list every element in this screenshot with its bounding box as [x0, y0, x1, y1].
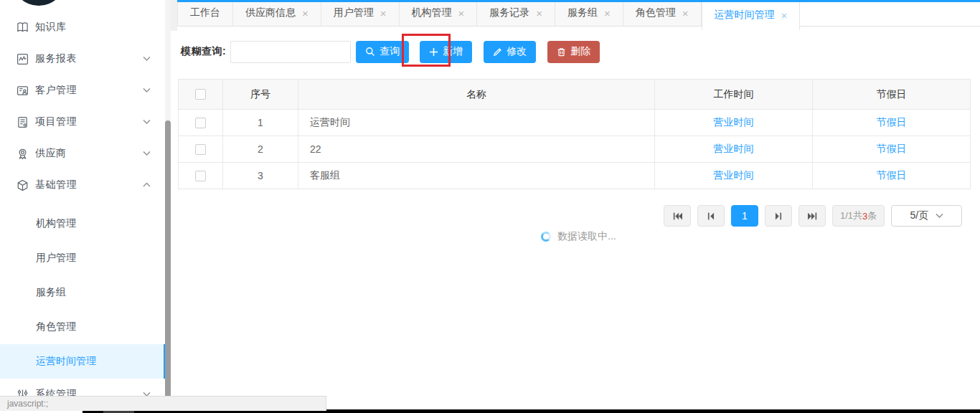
- row-index-cell: 1: [223, 110, 298, 136]
- prev-page-button[interactable]: [697, 205, 725, 227]
- sidebar: 知识库 服务报表 客户管理 项目管理 供应商 基础管理: [0, 0, 166, 413]
- work-time-link[interactable]: 营业时间: [714, 116, 754, 128]
- fuzzy-search-label: 模糊查询:: [181, 45, 226, 58]
- query-button[interactable]: 查询: [356, 41, 409, 63]
- customer-card-icon: [17, 85, 29, 97]
- sidebar-item-service-group[interactable]: 服务组: [0, 275, 166, 310]
- work-time-link[interactable]: 营业时间: [714, 169, 754, 181]
- spinner-icon: [541, 232, 551, 242]
- holiday-link[interactable]: 节假日: [877, 143, 907, 154]
- fuzzy-search-input[interactable]: [230, 41, 351, 63]
- chevron-down-icon: [143, 151, 151, 156]
- prev-page-icon: [707, 212, 715, 221]
- holiday-link[interactable]: 节假日: [877, 116, 907, 128]
- sidebar-item-user-management[interactable]: 用户管理: [0, 241, 166, 275]
- supplier-medal-icon: [17, 148, 29, 160]
- first-page-icon: [672, 212, 683, 221]
- close-icon[interactable]: ×: [781, 10, 788, 21]
- sidebar-item-org-management[interactable]: 机构管理: [0, 206, 166, 241]
- tab-user-management[interactable]: 用户管理 ×: [321, 0, 400, 26]
- plus-icon: [429, 47, 438, 57]
- first-page-button[interactable]: [664, 205, 691, 227]
- sidebar-item-label: 服务报表: [35, 52, 143, 65]
- column-header-holiday: 节假日: [813, 80, 971, 110]
- add-button[interactable]: 新增: [420, 41, 472, 63]
- work-time-link[interactable]: 营业时间: [714, 143, 754, 154]
- chevron-down-icon: [143, 119, 151, 125]
- pagination: 1 1/1共3条 5/页: [664, 205, 962, 227]
- sidebar-item-operating-time-management[interactable]: 运营时间管理: [0, 344, 166, 379]
- close-icon[interactable]: ×: [302, 8, 308, 19]
- operating-time-table: 序号 名称 工作时间 节假日 1 运营时间 营业时间 节假日 2 22 营业时间…: [178, 79, 971, 189]
- close-icon[interactable]: ×: [536, 8, 542, 19]
- tabs: 工作台 供应商信息 × 用户管理 × 机构管理 × 服务记录 × 服务组 × 角…: [177, 0, 800, 30]
- sidebar-scrollbar-thumb[interactable]: [165, 120, 171, 402]
- pagination-info-suffix: 条: [867, 209, 877, 222]
- row-checkbox[interactable]: [195, 118, 206, 128]
- select-all-checkbox[interactable]: [195, 89, 206, 100]
- page-size-value: 5/页: [910, 209, 928, 222]
- tab-service-records[interactable]: 服务记录 ×: [477, 0, 555, 26]
- chevron-down-icon: [936, 213, 943, 219]
- table-row: 2 22 营业时间 节假日: [179, 136, 971, 163]
- close-icon[interactable]: ×: [458, 8, 465, 19]
- loading-text: 数据读取中...: [557, 230, 616, 243]
- tab-supplier-info[interactable]: 供应商信息 ×: [233, 0, 321, 26]
- sidebar-item-suppliers[interactable]: 供应商: [0, 138, 166, 169]
- chevron-up-icon: [143, 182, 151, 188]
- row-work-time-cell: 营业时间: [655, 136, 813, 163]
- tab-operating-time-management[interactable]: 运营时间管理 ×: [702, 0, 801, 30]
- close-icon[interactable]: ×: [682, 8, 689, 19]
- book-icon: [17, 22, 29, 34]
- delete-button-label: 删除: [570, 45, 590, 58]
- row-select-cell: [179, 110, 223, 136]
- sidebar-item-label: 机构管理: [36, 217, 76, 230]
- last-page-button[interactable]: [798, 205, 826, 227]
- select-all-header-cell: [179, 80, 223, 110]
- table-row: 3 客服组 营业时间 节假日: [179, 163, 971, 189]
- app-logo: [12, 0, 65, 6]
- row-name-cell: 22: [298, 136, 655, 163]
- page-number-button[interactable]: 1: [731, 205, 758, 227]
- tab-label: 工作台: [190, 6, 220, 19]
- sidebar-item-basic-management[interactable]: 基础管理: [0, 169, 166, 201]
- tab-role-management[interactable]: 角色管理 ×: [623, 0, 702, 26]
- tab-workbench[interactable]: 工作台: [177, 0, 233, 26]
- column-header-name: 名称: [298, 80, 655, 110]
- tab-org-management[interactable]: 机构管理 ×: [400, 0, 478, 26]
- page-size-select[interactable]: 5/页: [891, 205, 962, 227]
- edit-button-label: 修改: [507, 45, 527, 58]
- sidebar-item-label: 运营时间管理: [36, 355, 96, 368]
- pagination-info-count: 3: [862, 211, 867, 222]
- holiday-link[interactable]: 节假日: [877, 169, 907, 181]
- toolbar: 模糊查询: 查询 新增 修改 删除: [181, 40, 600, 63]
- trash-icon: [557, 47, 566, 57]
- row-holiday-cell: 节假日: [813, 110, 971, 136]
- pencil-icon: [493, 47, 502, 57]
- tab-service-group[interactable]: 服务组 ×: [555, 0, 623, 26]
- tabbar-left-gutter: [171, 0, 177, 31]
- row-select-cell: [179, 163, 223, 189]
- tab-label: 服务组: [567, 6, 598, 19]
- sidebar-item-role-management[interactable]: 角色管理: [0, 310, 166, 344]
- delete-button[interactable]: 删除: [547, 41, 600, 63]
- tab-label: 角色管理: [636, 6, 676, 19]
- row-checkbox[interactable]: [195, 144, 206, 155]
- close-icon[interactable]: ×: [380, 8, 387, 19]
- tab-label: 运营时间管理: [715, 9, 775, 22]
- pagination-info: 1/1共3条: [832, 205, 885, 227]
- status-bar-text: javascript:;: [7, 399, 48, 409]
- loading-indicator: 数据读取中...: [541, 230, 616, 243]
- close-icon[interactable]: ×: [604, 8, 611, 19]
- next-page-button[interactable]: [765, 205, 792, 227]
- edit-button[interactable]: 修改: [484, 41, 536, 63]
- sidebar-item-service-reports[interactable]: 服务报表: [0, 43, 166, 75]
- sidebar-item-project-management[interactable]: 项目管理: [0, 106, 166, 138]
- table-row: 1 运营时间 营业时间 节假日: [179, 110, 971, 136]
- sidebar-item-knowledge-base[interactable]: 知识库: [0, 11, 166, 43]
- add-button-label: 新增: [443, 45, 463, 58]
- row-checkbox[interactable]: [195, 171, 206, 181]
- sidebar-item-label: 供应商: [35, 147, 143, 160]
- sidebar-item-customer-management[interactable]: 客户管理: [0, 75, 166, 106]
- sidebar-item-label: 角色管理: [36, 321, 76, 333]
